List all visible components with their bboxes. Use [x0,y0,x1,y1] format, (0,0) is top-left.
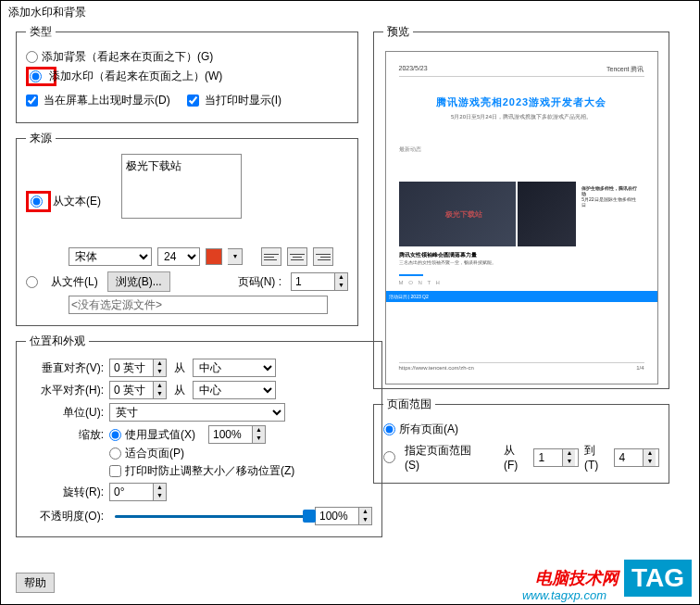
page-range-label[interactable]: 指定页面范围(S) [405,443,483,472]
page-no-label: 页码(N) : [238,274,281,290]
source-file-display [69,296,328,314]
range-to-spinner[interactable]: ▲▼ [614,448,659,467]
show-on-screen-checkbox[interactable] [26,95,38,107]
from-file-radio[interactable] [26,276,38,288]
opacity-spinner[interactable]: ▲▼ [315,507,372,525]
from-text-radio[interactable] [31,195,43,208]
from-label-1: 从 [167,360,193,376]
page-range-legend: 页面范围 [383,397,435,412]
align-right-button[interactable] [313,247,333,266]
browse-button[interactable]: 浏览(B)... [107,271,170,292]
all-pages-label[interactable]: 所有页面(A) [399,422,458,437]
add-background-radio[interactable] [26,51,38,63]
opacity-slider[interactable] [115,508,309,524]
color-dropdown[interactable]: ▾ [228,248,243,265]
scale-spinner[interactable]: ▲▼ [208,425,266,444]
range-from-label: 从(F) [504,443,528,472]
type-fieldset: 类型 添加背景（看起来在页面之下）(G) 添加水印（看起来在页面之上）(W) 当… [16,24,358,123]
help-button[interactable]: 帮助 [16,573,55,593]
position-legend: 位置和外观 [26,334,89,349]
preview-hero-title: 腾讯游戏亮相2023游戏开发者大会 [399,95,644,109]
window-title: 添加水印和背景 [1,1,699,24]
from-file-label[interactable]: 从文件(L) [51,274,98,290]
show-on-screen-label[interactable]: 当在屏幕上出现时显示(D) [44,93,170,108]
unit-select[interactable]: 英寸 [109,403,285,422]
from-text-label[interactable]: 从文本(E) [53,194,101,209]
halign-from-select[interactable]: 中心 [193,381,276,399]
halign-offset-spinner[interactable]: ▲▼ [109,381,167,399]
color-swatch[interactable] [206,248,222,265]
text-input-highlight: 极光下载站 [121,154,242,219]
show-on-print-checkbox[interactable] [187,95,199,107]
add-watermark-radio[interactable] [30,70,42,82]
watermark-text-value[interactable]: 极光下载站 [126,159,181,172]
use-explicit-radio[interactable] [109,429,121,441]
all-pages-radio[interactable] [383,423,395,435]
branding-url: www.tagxp.com [522,588,606,602]
valign-label: 垂直对齐(V): [26,360,109,376]
type-legend: 类型 [26,24,56,40]
page-range-fieldset: 页面范围 所有页面(A) 指定页面范围(S) 从(F) ▲▼ 到(T) ▲▼ [373,397,669,484]
lock-on-print-label[interactable]: 打印时防止调整大小／移动位置(Z) [125,463,294,479]
page-range-radio[interactable] [383,451,395,463]
align-left-button[interactable] [261,247,281,266]
preview-page: 2023/5/23Tencent 腾讯 腾讯游戏亮相2023游戏开发者大会 5月… [385,51,658,384]
from-label-2: 从 [167,383,193,398]
page-no-input[interactable] [292,273,334,290]
font-size-select[interactable]: 24 [157,247,200,266]
fit-page-radio[interactable] [109,447,121,460]
unit-label: 单位(U): [26,405,109,421]
range-from-spinner[interactable]: ▲▼ [533,448,579,467]
page-no-spinner[interactable]: ▲▼ [291,272,348,291]
opacity-label: 不透明度(O): [26,509,109,524]
halign-label: 水平对齐(H): [26,383,109,398]
valign-offset-spinner[interactable]: ▲▼ [109,359,167,377]
source-legend: 来源 [26,131,56,146]
preview-fieldset: 预览 2023/5/23Tencent 腾讯 腾讯游戏亮相2023游戏开发者大会… [373,24,669,389]
rotate-spinner[interactable]: ▲▼ [109,483,167,501]
add-background-label[interactable]: 添加背景（看起来在页面之下）(G) [42,49,213,65]
add-watermark-label[interactable]: 添加水印（看起来在页面之上）(W) [49,69,222,84]
source-fieldset: 来源 极光下载站 从文本(E) 宋体 24 ▾ [16,131,358,326]
rotate-label: 旋转(R): [26,485,109,500]
fit-page-label[interactable]: 适合页面(P) [125,446,184,461]
align-center-button[interactable] [287,247,307,266]
use-explicit-label[interactable]: 使用显式值(X) [125,427,195,443]
preview-legend: 预览 [383,24,413,40]
show-on-print-label[interactable]: 当打印时显示(I) [205,93,281,108]
range-to-label: 到(T) [584,443,608,472]
position-fieldset: 位置和外观 垂直对齐(V): ▲▼ 从 中心 水平对齐(H): ▲▼ 从 中心 [16,334,382,537]
font-select[interactable]: 宋体 [69,247,152,266]
lock-on-print-checkbox[interactable] [109,465,121,477]
scale-label: 缩放: [26,427,109,443]
valign-from-select[interactable]: 中心 [193,359,276,377]
